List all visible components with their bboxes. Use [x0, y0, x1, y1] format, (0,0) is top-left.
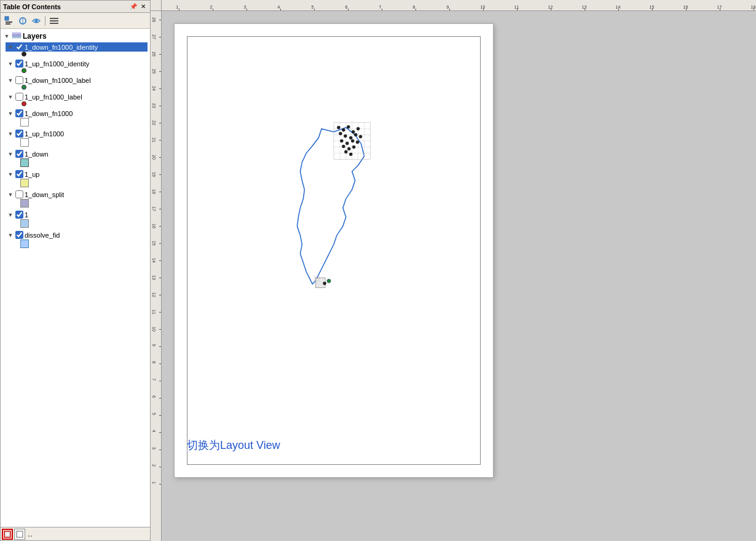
list-source-btn[interactable]	[17, 15, 29, 27]
ruler-label-v: 8	[152, 361, 156, 364]
ruler-label-v: 20	[152, 155, 156, 160]
layer-row[interactable]: ▼1_down_fn1000	[6, 109, 148, 118]
layer-row[interactable]: ▼1_up	[6, 169, 148, 179]
layer-checkbox[interactable]	[15, 231, 23, 239]
layer-symbol	[20, 85, 148, 90]
symbol-swatch	[20, 199, 29, 208]
ruler-label-v: 21	[152, 138, 156, 142]
toc-bottom-bar: ‥	[1, 527, 150, 540]
layout-label: 切换为Layout View	[187, 438, 280, 453]
layer-checkbox[interactable]	[15, 190, 23, 198]
ruler-label-v: 14	[152, 258, 156, 263]
svg-point-46	[344, 150, 347, 154]
layer-checkbox[interactable]	[15, 150, 23, 158]
symbol-dot	[22, 101, 26, 106]
close-icon[interactable]: ✕	[139, 2, 148, 11]
main-area: Table Of Contents 📌 ✕	[0, 0, 756, 541]
svg-point-33	[356, 127, 360, 130]
ruler-label-v: 3	[152, 447, 156, 450]
ruler-label-v: 17	[152, 206, 156, 211]
layer-row[interactable]: ▼1	[6, 210, 148, 219]
layer-name: 1_down	[25, 150, 49, 158]
svg-point-5	[35, 19, 38, 22]
svg-rect-11	[12, 33, 21, 34]
map-page-inner	[187, 36, 481, 465]
pin-icon[interactable]: 📌	[129, 2, 138, 11]
layer-checkbox[interactable]	[15, 93, 23, 101]
svg-point-38	[359, 135, 362, 138]
ruler-label-v: 24	[152, 86, 156, 91]
symbol-swatch	[20, 219, 29, 228]
layer-checkbox[interactable]	[15, 170, 23, 178]
options-btn[interactable]	[48, 15, 60, 27]
layer-row[interactable]: ▼1_up_fn1000	[6, 129, 148, 138]
layer-checkbox[interactable]	[15, 43, 23, 51]
svg-point-30	[342, 128, 345, 131]
layer-row[interactable]: ▼1_down_fn1000_label	[6, 76, 148, 85]
main-boundary	[297, 128, 364, 284]
svg-point-35	[344, 134, 347, 138]
symbol-swatch	[20, 179, 29, 187]
toc-toolbar	[1, 13, 150, 29]
svg-rect-14	[17, 531, 23, 537]
svg-rect-0	[5, 17, 9, 20]
layers-group-header[interactable]: ▼ Layers	[1, 31, 150, 42]
layer-checkbox[interactable]	[15, 211, 23, 219]
ruler-label-v: 22	[152, 120, 156, 125]
layer-checkbox[interactable]	[15, 76, 23, 84]
layer-checkbox[interactable]	[15, 60, 23, 68]
layer-symbol	[20, 158, 148, 167]
layer-symbol	[20, 219, 148, 228]
ruler-label: 10	[481, 5, 486, 9]
layer-checkbox[interactable]	[15, 130, 23, 138]
map-page: 切换为Layout View	[174, 23, 494, 478]
layer-row[interactable]: ▼1_up_fn1000_identity	[6, 59, 148, 68]
layer-row[interactable]: ▼1_down_fn1000_identity	[6, 42, 148, 52]
ruler-label: 7	[379, 5, 382, 9]
symbol-dot	[22, 52, 26, 56]
ruler-label-v: 1	[152, 481, 156, 484]
ruler-label-v: 5	[152, 413, 156, 415]
layer-name: 1_up_fn1000	[25, 130, 64, 138]
layer-symbol	[20, 68, 148, 73]
layer-item: ▼dissolve_fid	[1, 230, 150, 250]
svg-rect-7	[50, 20, 58, 21]
layer-expand-icon: ▼	[7, 191, 14, 198]
svg-point-36	[349, 136, 352, 139]
data-view-btn[interactable]	[14, 529, 25, 540]
ruler-label: 2	[210, 5, 213, 9]
symbol-swatch	[20, 138, 29, 147]
layer-name: 1_down_fn1000	[25, 110, 73, 117]
list-draw-order-btn[interactable]	[3, 15, 15, 27]
ruler-label-v: 6	[152, 395, 156, 398]
lower-dots	[314, 276, 331, 288]
layers-group: ▼ Layers ▼1_down_fn1000_identity▼1_up_fn…	[1, 30, 150, 251]
svg-rect-2	[6, 23, 10, 25]
map-canvas[interactable]: 切换为Layout View	[162, 11, 756, 541]
layer-expand-icon: ▼	[7, 130, 14, 138]
map-svg	[187, 37, 480, 464]
ruler-label: 11	[514, 5, 519, 9]
layer-row[interactable]: ▼1_up_fn1000_label	[6, 92, 148, 101]
layout-view-btn[interactable]	[2, 529, 13, 540]
layer-row[interactable]: ▼1_down	[6, 149, 148, 158]
bottom-dots: ‥	[28, 530, 33, 539]
toc-content[interactable]: ▼ Layers ▼1_down_fn1000_identity▼1_up_fn…	[1, 29, 150, 527]
ruler-label: 14	[616, 5, 621, 9]
list-visibility-btn[interactable]	[30, 15, 42, 27]
layer-symbol	[20, 101, 148, 106]
svg-point-39	[340, 139, 343, 142]
ruler-label: 16	[683, 5, 688, 9]
symbol-swatch	[20, 239, 29, 248]
svg-rect-10	[12, 36, 21, 38]
svg-rect-13	[6, 532, 9, 536]
ruler-label-v: 27	[152, 34, 156, 39]
layer-expand-icon: ▼	[7, 171, 14, 178]
layer-item: ▼1_down_split	[1, 189, 150, 209]
ruler-label: 4	[278, 5, 280, 9]
layer-checkbox[interactable]	[15, 109, 23, 117]
layer-row[interactable]: ▼1_down_split	[6, 190, 148, 199]
ruler-label-v: 7	[152, 378, 156, 381]
ruler-label: 12	[548, 5, 553, 9]
layer-row[interactable]: ▼dissolve_fid	[6, 230, 148, 239]
